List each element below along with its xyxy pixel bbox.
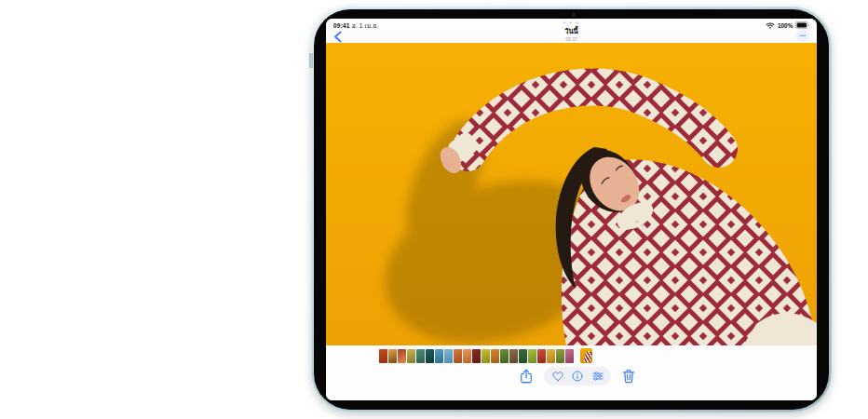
ipad-screen: 09:41 อ. 1 เม.ย. • • • 100% — [326, 19, 817, 400]
thumbnail-item[interactable] — [472, 349, 481, 363]
ipad-bezel: 09:41 อ. 1 เม.ย. • • • 100% — [314, 9, 829, 410]
thumbnail-item[interactable] — [379, 349, 387, 363]
multitasking-indicator[interactable]: • • • — [326, 20, 817, 25]
more-button[interactable]: ••• — [796, 30, 809, 42]
favorite-button[interactable] — [551, 370, 564, 383]
bottom-bar — [326, 345, 817, 400]
thumbnail-item[interactable] — [481, 349, 490, 363]
thumbnail-item[interactable] — [528, 349, 536, 363]
thumbnail-item[interactable] — [388, 349, 397, 363]
page-subtitle: 09:37 — [326, 36, 817, 42]
toolbar — [326, 367, 817, 387]
thumbnail-item[interactable] — [463, 349, 471, 363]
photo-illustration — [326, 43, 817, 345]
thumbnail-item[interactable] — [454, 349, 462, 363]
thumbnail-item-selected[interactable] — [580, 348, 592, 363]
page-background: 09:41 อ. 1 เม.ย. • • • 100% — [0, 0, 868, 419]
thumbnail-item[interactable] — [491, 349, 499, 363]
info-icon — [571, 370, 584, 383]
top-button — [309, 53, 313, 68]
trash-icon — [620, 368, 637, 385]
photo-actions-pill — [544, 367, 611, 385]
thumbnail-item[interactable] — [537, 349, 546, 363]
thumbnail-item[interactable] — [500, 349, 509, 363]
ipad-device: 09:41 อ. 1 เม.ย. • • • 100% — [311, 7, 832, 412]
thumbnail-item[interactable] — [407, 349, 415, 363]
info-button[interactable] — [571, 370, 584, 383]
thumbnail-item[interactable] — [435, 349, 443, 363]
thumbnail-item[interactable] — [426, 349, 434, 363]
heart-icon — [551, 370, 564, 383]
thumbnail-item[interactable] — [565, 349, 574, 363]
photo-canvas[interactable] — [326, 43, 817, 345]
thumbnail-item[interactable] — [509, 349, 518, 363]
share-button[interactable] — [518, 368, 535, 385]
share-icon — [518, 368, 535, 385]
thumbnail-item[interactable] — [416, 349, 425, 363]
thumbnail-item[interactable] — [519, 349, 527, 363]
thumbnail-item[interactable] — [556, 349, 564, 363]
thumbnail-strip — [379, 348, 593, 363]
front-camera — [572, 13, 576, 17]
page-title: วันนี้ — [326, 28, 817, 35]
header-bar: 09:41 อ. 1 เม.ย. • • • 100% — [326, 19, 817, 43]
thumbnail-item[interactable] — [444, 349, 453, 363]
thumbnail-item[interactable] — [547, 349, 555, 363]
edit-button[interactable] — [591, 370, 604, 383]
thumbnail-item[interactable] — [398, 349, 406, 363]
delete-button[interactable] — [620, 368, 637, 385]
adjust-sliders-icon — [591, 370, 604, 383]
